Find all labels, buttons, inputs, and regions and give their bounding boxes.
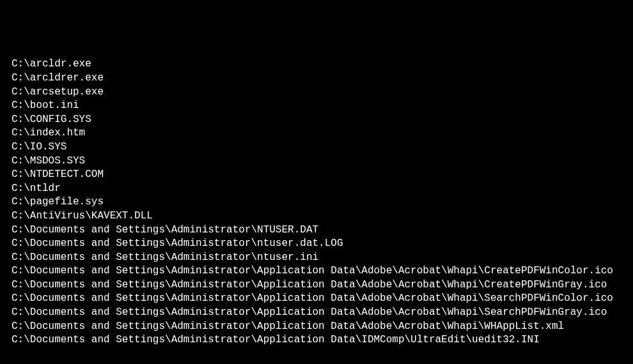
file-path-line: C:\Documents and Settings\Administrator\… — [12, 237, 621, 251]
file-path-line: C:\Documents and Settings\Administrator\… — [12, 306, 621, 320]
file-path-line: C:\arcldrer.exe — [12, 72, 621, 86]
file-path-line: C:\arcldr.exe — [12, 57, 621, 72]
terminal-output: C:\arcldr.exeC:\arcldrer.exeC:\arcsetup.… — [12, 57, 621, 347]
file-path-line: C:\NTDETECT.COM — [12, 168, 621, 182]
file-path-line: C:\Documents and Settings\Administrator\… — [12, 333, 621, 347]
file-path-line: C:\CONFIG.SYS — [12, 113, 621, 127]
file-path-line: C:\Documents and Settings\Administrator\… — [12, 224, 621, 238]
file-path-line: C:\Documents and Settings\Administrator\… — [12, 264, 621, 278]
file-path-line: C:\IO.SYS — [12, 140, 621, 155]
file-path-line: C:\pagefile.sys — [12, 195, 621, 209]
file-path-line: C:\arcsetup.exe — [12, 86, 621, 100]
file-path-line: C:\Documents and Settings\Administrator\… — [12, 251, 621, 265]
file-path-line: C:\boot.ini — [12, 99, 621, 113]
file-path-line: C:\Documents and Settings\Administrator\… — [12, 292, 621, 306]
file-path-line: C:\MSDOS.SYS — [12, 155, 621, 169]
file-path-line: C:\AntiVirus\KAVEXT.DLL — [12, 209, 621, 224]
file-path-line: C:\Documents and Settings\Administrator\… — [12, 278, 621, 292]
file-path-line: C:\ntldr — [12, 182, 621, 196]
file-path-line: C:\index.htm — [12, 126, 621, 140]
file-path-line: C:\Documents and Settings\Administrator\… — [12, 320, 621, 334]
